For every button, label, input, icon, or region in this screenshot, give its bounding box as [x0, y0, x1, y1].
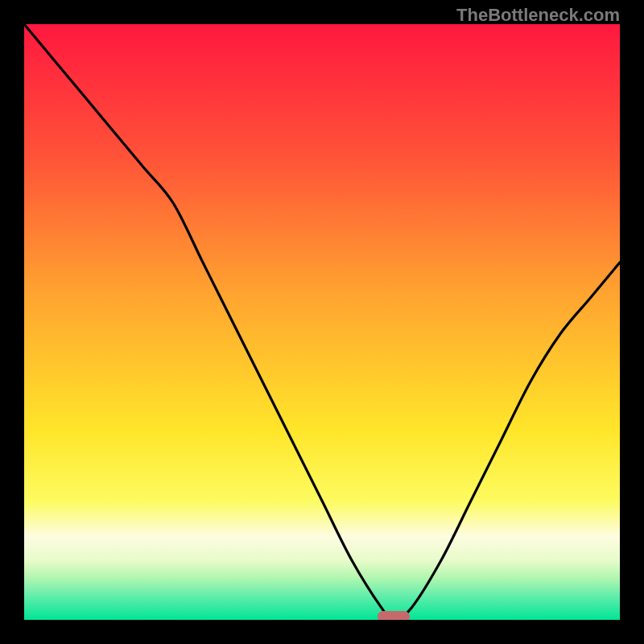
watermark-text: TheBottleneck.com	[456, 5, 620, 26]
chart-frame: TheBottleneck.com	[0, 0, 644, 644]
heat-gradient-background	[24, 24, 620, 620]
optimal-point-marker	[378, 611, 410, 620]
svg-rect-0	[24, 24, 620, 620]
plot-area	[24, 24, 620, 620]
